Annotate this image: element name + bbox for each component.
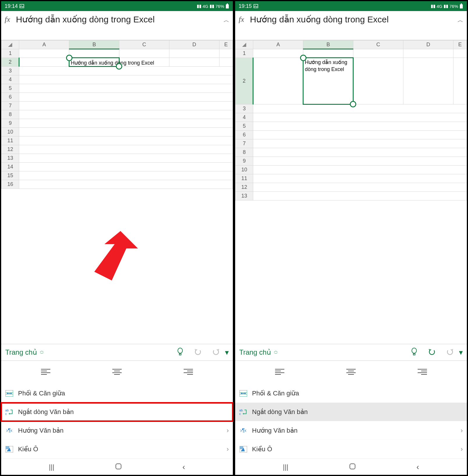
col-header-a[interactable]: A — [19, 40, 69, 49]
text-direction-button[interactable]: ›¶‹ Hướng Văn bản › — [1, 421, 233, 440]
more-dropdown-icon[interactable]: ▾ — [225, 348, 229, 357]
cell[interactable] — [19, 128, 233, 136]
cell[interactable] — [253, 49, 303, 58]
redo-icon[interactable] — [446, 348, 454, 357]
col-header-d[interactable]: D — [169, 40, 219, 49]
row-header[interactable]: 13 — [235, 192, 253, 200]
nav-home-icon[interactable] — [115, 463, 122, 471]
row-header[interactable]: 14 — [1, 163, 19, 171]
col-header-c[interactable]: C — [353, 40, 403, 49]
cell[interactable] — [19, 163, 233, 171]
row-header[interactable]: 16 — [1, 180, 19, 189]
cell[interactable] — [253, 131, 467, 139]
row-header[interactable]: 12 — [1, 145, 19, 154]
cell[interactable] — [253, 148, 467, 157]
row-header[interactable]: 2 — [235, 58, 253, 104]
cell[interactable] — [303, 49, 353, 58]
nav-home-icon[interactable] — [349, 463, 356, 471]
cell[interactable] — [253, 166, 467, 174]
merge-center-button[interactable]: Phối & Căn giữa — [235, 384, 467, 403]
row-header[interactable]: 11 — [1, 136, 19, 145]
row-header[interactable]: 12 — [235, 183, 253, 192]
align-right-button[interactable] — [418, 368, 427, 376]
undo-icon[interactable] — [428, 348, 436, 357]
row-header[interactable]: 13 — [1, 154, 19, 163]
row-header[interactable]: 3 — [235, 104, 253, 113]
nav-back-icon[interactable]: ‹ — [182, 462, 185, 472]
text-direction-button[interactable]: ›¶‹ Hướng Văn bản › — [235, 421, 467, 440]
row-header[interactable]: 15 — [1, 171, 19, 180]
row-header[interactable]: 7 — [1, 102, 19, 110]
align-left-button[interactable] — [41, 368, 50, 376]
row-header[interactable]: 9 — [1, 119, 19, 128]
cell-b2-selected[interactable]: Hướng dẫn xuống dòng trong Excel — [303, 58, 353, 104]
cell[interactable] — [453, 58, 467, 104]
cell[interactable] — [19, 145, 233, 154]
col-header-b[interactable]: B — [303, 40, 353, 49]
cell-style-button[interactable]: Kiểu Ô › — [235, 440, 467, 459]
row-header[interactable]: 6 — [235, 131, 253, 139]
row-header[interactable]: 1 — [1, 49, 19, 58]
formula-bar[interactable]: fx Hướng dẫn xuống dòng trong Excel ︿ — [235, 11, 467, 40]
cell-style-button[interactable]: Kiểu Ô › — [1, 440, 233, 459]
col-header-e[interactable]: E — [453, 40, 467, 49]
row-header[interactable]: 4 — [235, 113, 253, 122]
chevron-updown-icon[interactable]: ︿﹀ — [40, 349, 44, 355]
lightbulb-icon[interactable] — [411, 348, 418, 357]
align-right-button[interactable] — [184, 368, 193, 376]
row-header[interactable]: 3 — [1, 67, 19, 75]
grid-corner[interactable] — [1, 40, 19, 49]
cell[interactable] — [253, 58, 303, 104]
cell[interactable] — [19, 171, 233, 180]
cell[interactable] — [19, 154, 233, 163]
cell-b2-selected[interactable]: Hướng dẫn xuống dòng trong Excel — [69, 58, 119, 67]
ribbon-tab-name[interactable]: Trang chủ — [5, 348, 37, 356]
cell[interactable] — [19, 119, 233, 128]
cell[interactable] — [19, 102, 233, 110]
col-header-b[interactable]: B — [69, 40, 119, 49]
spreadsheet-grid[interactable]: A B C D E 1 2 Hướng dẫn xuống dòng trong… — [1, 40, 233, 344]
row-header[interactable]: 4 — [1, 75, 19, 84]
cell[interactable] — [19, 49, 69, 58]
cell[interactable] — [19, 136, 233, 145]
cell[interactable] — [253, 104, 467, 113]
cell[interactable] — [169, 49, 219, 58]
col-header-d[interactable]: D — [403, 40, 453, 49]
cell[interactable] — [253, 122, 467, 131]
nav-recent-icon[interactable]: ||| — [49, 463, 54, 471]
cell[interactable] — [19, 180, 233, 189]
undo-icon[interactable] — [194, 348, 202, 357]
align-center-button[interactable] — [112, 368, 122, 376]
cell[interactable] — [253, 183, 467, 192]
align-left-button[interactable] — [275, 368, 284, 376]
cell[interactable] — [19, 84, 233, 93]
cell[interactable] — [19, 110, 233, 119]
cell[interactable] — [403, 49, 453, 58]
spreadsheet-grid[interactable]: A B C D E 1 2 Hướng dẫn xuống dòng trong… — [235, 40, 467, 344]
wrap-text-button[interactable]: abc Ngắt dòng Văn bản — [235, 403, 467, 421]
row-header[interactable]: 1 — [235, 49, 253, 58]
grid-corner[interactable] — [235, 40, 253, 49]
cell[interactable] — [253, 113, 467, 122]
chevron-updown-icon[interactable]: ︿﹀ — [274, 349, 278, 355]
nav-back-icon[interactable]: ‹ — [416, 462, 419, 472]
wrap-text-button[interactable]: abc Ngắt dòng Văn bản — [1, 403, 233, 421]
redo-icon[interactable] — [212, 348, 220, 357]
selection-handle-br[interactable] — [116, 63, 122, 70]
row-header[interactable]: 6 — [1, 93, 19, 102]
cell[interactable] — [119, 49, 169, 58]
cell[interactable] — [219, 58, 233, 67]
row-header[interactable]: 10 — [235, 166, 253, 174]
row-header[interactable]: 10 — [1, 128, 19, 136]
ribbon-tab-name[interactable]: Trang chủ — [239, 348, 271, 356]
cell[interactable] — [69, 49, 119, 58]
cell[interactable] — [253, 157, 467, 166]
row-header[interactable]: 9 — [235, 157, 253, 166]
cell[interactable] — [19, 58, 69, 67]
align-center-button[interactable] — [346, 368, 356, 376]
cell[interactable] — [253, 139, 467, 148]
chevron-up-icon[interactable]: ︿ — [224, 16, 229, 24]
cell[interactable] — [353, 49, 403, 58]
more-dropdown-icon[interactable]: ▾ — [459, 348, 463, 357]
cell[interactable] — [253, 192, 467, 200]
